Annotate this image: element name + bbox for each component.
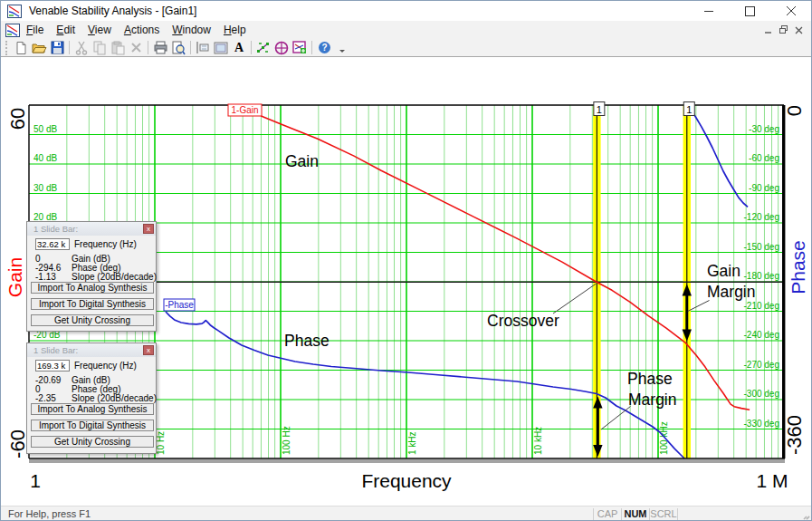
slope-value: -1.13 [35,273,72,282]
text-annotation-icon[interactable] [194,40,212,56]
panel-title: 1 Slide Bar: [33,224,78,234]
copy-icon[interactable] [91,40,109,56]
frequency-input[interactable] [35,360,70,371]
help-icon[interactable]: ? [315,40,333,56]
slide-bar-number: 1 [597,104,602,115]
cut-icon[interactable] [72,40,91,56]
phase-axis-max: 0 [783,105,806,116]
window-title: Venable Stability Analysis - [Gain1] [29,5,689,17]
gain-axis-max: 60 [6,108,29,130]
new-document-icon[interactable] [12,40,30,56]
image-view-icon[interactable] [212,40,230,56]
phase-margin-annotation: Margin [628,391,677,409]
gain-grid-label: 30 dB [33,183,57,193]
toolbar-grip [5,41,9,55]
gain-margin-annotation: Margin [707,283,756,301]
panel-close-icon[interactable]: x [143,345,154,355]
menu-edit[interactable]: Edit [50,22,81,38]
save-icon[interactable] [48,40,66,56]
toolbar-separator [148,41,148,54]
phase-curve-wrapped [686,105,748,207]
toolbar-separator [251,41,252,54]
freq-grid-label: 100 kHz [659,421,669,455]
get-unity-crossing-button[interactable]: Get Unity Crossing [31,436,154,448]
x-axis-title: Frequency [361,470,452,491]
menu-bar: FileEditViewActionsWindowHelp [1,21,811,39]
gain-grid-label: 40 dB [33,153,57,163]
gain-margin-annotation: Gain [707,262,740,280]
phase-curve [166,312,684,458]
phase-annotation: Phase [284,332,330,350]
document-icon[interactable] [5,24,20,37]
panel-title-bar[interactable]: 1 Slide Bar: x [27,222,156,236]
open-folder-icon[interactable] [30,40,48,56]
chart-import-icon[interactable] [291,40,309,56]
import-digital-button[interactable]: Import To Digital Synthesis [31,298,154,310]
phase-grid-label: -300 deg [744,389,779,399]
toolbar-overflow-icon[interactable] [333,40,351,56]
plot-border-right [782,105,785,458]
panel-title-bar[interactable]: 1 Slide Bar: x [27,343,156,357]
plot-client-area: 50 dB40 dB30 dB20 dB10 dB0 dB-10 dB-20 d… [1,57,811,506]
status-bar: For Help, press F1 CAP NUM SCRL [1,506,811,521]
paste-icon[interactable] [109,40,127,56]
toolbar: A? [1,39,811,57]
gain-curve-label: 1-Gain [231,105,258,115]
x-axis-max: 1 M [756,470,788,491]
slide-bar-number: 1 [686,104,692,115]
curve-points-icon[interactable] [254,40,272,56]
slope-label: Slope (20dB/decade) [72,394,157,403]
import-analog-button[interactable]: Import To Analog Synthesis [31,282,154,294]
delete-icon[interactable] [127,40,145,56]
phase-axis-title: Phase [788,240,808,294]
phase-margin-annotation: Phase [627,370,673,388]
phase-grid-label: -180 deg [744,271,779,281]
toolbar-separator [311,41,312,54]
import-analog-button[interactable]: Import To Analog Synthesis [31,403,154,415]
phase-margin-leader [601,407,631,430]
get-unity-crossing-button[interactable]: Get Unity Crossing [31,314,154,326]
maximize-button[interactable] [730,1,770,21]
menu-actions[interactable]: Actions [118,22,166,38]
network-analyzer-icon[interactable] [272,40,291,56]
phase-grid-label: -90 deg [749,183,779,193]
gain-annotation: Gain [285,152,319,170]
phase-grid-label: -150 deg [744,242,779,252]
phase-grid-label: -120 deg [744,212,779,222]
mdi-minimize-button[interactable] [761,24,775,36]
font-icon[interactable]: A [230,40,248,56]
phase-grid-label: -240 deg [744,330,779,340]
menu-window[interactable]: Window [166,22,217,38]
frequency-label: Frequency (Hz) [74,361,137,371]
slope-value: -2.35 [35,394,72,403]
frequency-input[interactable] [35,238,70,250]
toolbar-icons: A? [12,40,351,56]
print-preview-icon[interactable] [169,40,187,56]
resize-grip[interactable] [793,507,811,521]
gain-grid-label: 50 dB [33,124,57,134]
gain-margin-leader [688,301,710,312]
freq-grid-label: 100 Hz [282,426,291,455]
slide-bar-panel-2: 1 Slide Bar: x Frequency (Hz) -20.69Gain… [26,343,157,454]
mdi-window-buttons [759,24,811,36]
caps-lock-indicator: CAP [593,508,621,520]
panel-close-icon[interactable]: x [143,224,154,234]
import-digital-button[interactable]: Import To Digital Synthesis [31,420,154,431]
mdi-restore-button[interactable] [777,24,790,36]
minimize-button[interactable] [689,1,730,21]
freq-grid-label: 1 kHz [407,431,417,455]
application-window: Venable Stability Analysis - [Gain1] Fil… [0,0,812,521]
svg-text:?: ? [321,43,327,53]
close-button[interactable] [770,1,811,21]
phase-axis-min: -360 [783,415,806,455]
toolbar-separator [190,41,191,54]
menu-help[interactable]: Help [217,22,253,38]
menu-view[interactable]: View [81,22,118,38]
mdi-close-button[interactable] [792,24,806,36]
phase-grid-label: -210 deg [744,301,779,311]
app-icon [7,5,22,18]
num-lock-indicator: NUM [621,508,649,520]
svg-text:A: A [234,41,244,54]
print-icon[interactable] [151,40,169,56]
menu-file[interactable]: File [20,22,50,38]
